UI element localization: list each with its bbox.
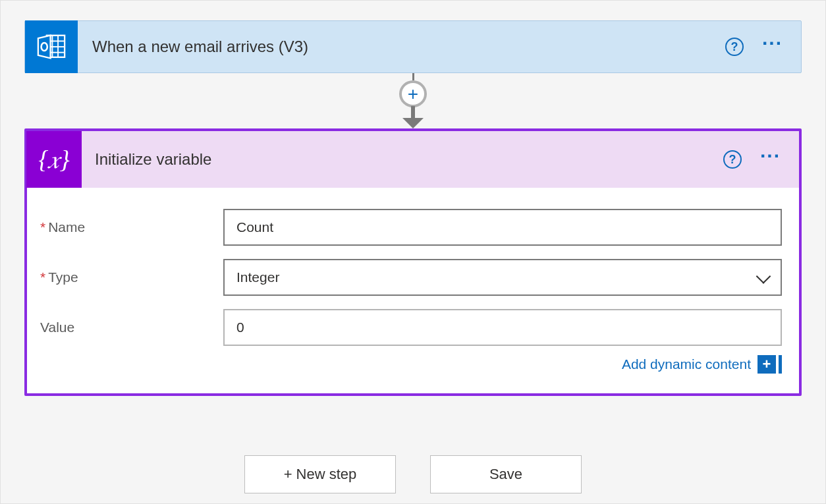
type-select[interactable]: Integer (223, 259, 782, 296)
more-menu-icon[interactable]: ··· (762, 40, 783, 46)
trigger-actions: ? ··· (725, 38, 801, 56)
trigger-card[interactable]: When a new email arrives (V3) ? ··· (24, 20, 802, 73)
chevron-down-icon (756, 269, 771, 284)
connector-line (412, 73, 414, 80)
insert-step-button[interactable]: + (399, 80, 427, 107)
arrow-down-icon (402, 106, 424, 128)
field-row-type: * Type Integer (27, 252, 799, 302)
variable-icon: {𝑥} (26, 131, 82, 188)
action-header[interactable]: {𝑥} Initialize variable ? ··· (27, 131, 799, 188)
type-label: * Type (40, 269, 223, 285)
action-title: Initialize variable (82, 150, 723, 169)
trigger-title: When a new email arrives (V3) (78, 38, 725, 56)
name-label: * Name (40, 219, 223, 235)
svg-marker-6 (38, 36, 51, 59)
action-body: * Name * Type Integer Value (27, 188, 799, 393)
more-menu-icon[interactable]: ··· (760, 153, 781, 159)
required-star: * (40, 269, 45, 285)
type-select-value: Integer (236, 269, 279, 285)
save-button[interactable]: Save (430, 455, 582, 493)
value-label: Value (40, 320, 223, 335)
add-dynamic-content-button[interactable]: + (757, 355, 776, 374)
help-icon[interactable]: ? (725, 38, 744, 56)
action-actions: ? ··· (723, 150, 799, 169)
action-card: {𝑥} Initialize variable ? ··· * Name * (24, 128, 802, 396)
field-row-name: * Name (27, 202, 799, 252)
connector: + (24, 73, 802, 128)
field-row-value: Value (27, 302, 799, 352)
required-star: * (40, 219, 45, 235)
add-dynamic-content-link[interactable]: Add dynamic content (622, 356, 751, 372)
value-input[interactable] (223, 309, 782, 346)
help-icon[interactable]: ? (723, 150, 742, 169)
dynamic-content-row: Add dynamic content + (27, 352, 799, 379)
footer-buttons: + New step Save (24, 455, 802, 493)
outlook-icon (25, 20, 78, 73)
designer-canvas: When a new email arrives (V3) ? ··· + {𝑥… (0, 0, 826, 504)
dynamic-content-handle[interactable] (779, 355, 782, 374)
new-step-button[interactable]: + New step (244, 455, 396, 493)
name-input[interactable] (223, 209, 782, 246)
